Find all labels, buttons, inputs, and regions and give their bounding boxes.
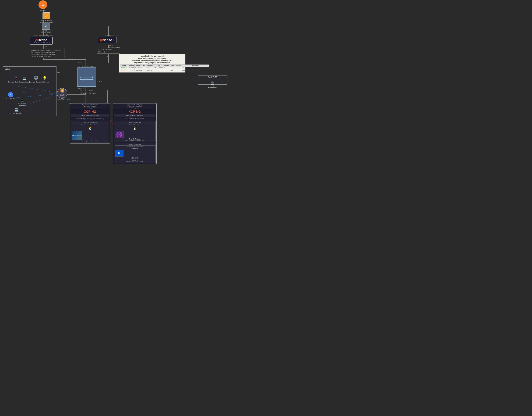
- all-vlans-top: All VLANs: [67, 58, 74, 60]
- lab-router-node: Lab Router pfsense +: [98, 35, 117, 43]
- roommate-laptop-label: Roommate Laptop: [10, 113, 23, 114]
- hypervisor2-machine: Lenovo M900A (Intel i5 6500T): [113, 118, 156, 120]
- personal-laptop-icon: 💻: [22, 76, 27, 81]
- personal-computer-icon: 🖥️: [33, 76, 39, 81]
- svg-marker-32: [80, 79, 81, 81]
- hypervisor2-vm1: Management VLAN Linux Debian 10 Virtual …: [114, 121, 155, 142]
- chromecast-label: Chromecast: [7, 98, 15, 100]
- firewall-rules-box: Firewall Rules for Work Network: Allow d…: [119, 54, 185, 73]
- pfsense-home-edition: COMMUNITY EDITION: [32, 42, 50, 43]
- hypervisor1-type-label: Open Source Hypervisor: [71, 113, 109, 117]
- work-vlan-box: Work VLAN 📱 Work Phone 💻 Work Laptop: [198, 75, 227, 85]
- internet-label: Internet: [40, 9, 46, 11]
- unifi-ap-icon: 📶 UniFiWirelessAccessPoint: [57, 88, 67, 99]
- hypervisor2-note: Hypervisor is VLAN CapableVLAN Tagged on…: [113, 104, 156, 109]
- vlan4-title: VLAN 4: [5, 68, 11, 70]
- xcpng1-logo: XCP-N: [84, 110, 94, 113]
- personal-laptop-label: Personal Laptop: [19, 81, 30, 83]
- fw-rule-row-1: ✓ 1/290 GB IPv4 TCP 192.168.4.9 * WORK n…: [120, 67, 209, 69]
- xcpng2-logo: XCP-N: [129, 110, 138, 113]
- phillips-hue-label: Phillips Hue: [41, 81, 49, 83]
- svg-marker-26: [92, 76, 94, 78]
- port3-label: Port 3: [89, 90, 93, 92]
- home-ssid-label: Home SSID (VLAN 4): [57, 99, 70, 101]
- satisfactory-game-img: SATISFACTORY: [72, 131, 82, 140]
- xen-orch-label: Xen Orchestra: [115, 138, 155, 140]
- work-laptop-node: 💻 Work Laptop: [208, 81, 217, 88]
- unifi-ap-label: UniFiWirelessAccessPoint: [60, 92, 65, 98]
- work-laptop-label: Work Laptop: [208, 86, 217, 88]
- internet-icon: ☁: [39, 0, 47, 9]
- personal-smartphone-icon: 📱: [13, 76, 19, 81]
- phillips-hue-node: 💡 Phillips Hue: [41, 76, 49, 83]
- linux-penguin-icon: 🐧: [88, 126, 92, 130]
- all-vlans-port3: All VLANs: [89, 92, 97, 94]
- hypervisor2-type-label: Open Source Hypervisor: [114, 113, 155, 117]
- 2fa-label: 2FA Login: [115, 147, 155, 149]
- hypervisor1-note: Hypervisor is VLAN CapableVLAN Tagged on…: [70, 104, 110, 109]
- home-router-info: Management Network: 192.168.71.1 (Gatewa…: [30, 49, 65, 58]
- pfsense-home-box: pfsense COMMUNITY EDITION: [30, 37, 53, 45]
- network-diagram: ☁ Internet ⇄ Internet Service Provider G…: [0, 0, 266, 208]
- unifi-ap-node: 📶 UniFiWirelessAccessPoint Home SSID (VL…: [57, 88, 70, 101]
- main-switch-icon: [77, 67, 96, 87]
- chromecast-node: ● Chromecast: [7, 92, 15, 100]
- lab-wan-info: Lab WAN 192.168.6.1 (Gateway): [97, 48, 120, 54]
- phillips-hue-icon: 💡: [42, 76, 48, 81]
- port24-label: Port 24: [77, 62, 82, 63]
- xen-orch-desc: Software Web GUI to control XCP-NG: [115, 140, 155, 141]
- isp-gateway-node: ⇄ Internet Service Provider Gateway: [39, 12, 54, 23]
- hypervisor1-vm1: VLAN 4 (GamingName) Linux Debian 10 Virt…: [71, 121, 109, 142]
- pfsense-lab-logo: pfsense +: [100, 38, 115, 42]
- roommate-smartphone-node: 📱 Roommate Smartphone: [14, 97, 30, 107]
- xen-orchestra-img: [115, 131, 124, 138]
- hypervisor1-logo-area: XCP-NG Open Source Hypervisor: [70, 109, 110, 118]
- isp-gateway-icon: ⇄: [42, 12, 50, 19]
- svg-marker-30: [92, 79, 94, 81]
- roommate-smartphone-label: Roommate Smartphone: [14, 103, 30, 107]
- roommate-smartphone-icon: 📱: [19, 97, 25, 103]
- ubiquiti-desc: Controller forWireless Access Point / Sw…: [115, 160, 155, 162]
- satisfactory-label: Satisfactory Game Server Software: [72, 140, 108, 142]
- port0-label: Port 0WAN (DHCP): [45, 34, 53, 37]
- hypervisor2-logo-area: XCP-NG Open Source Hypervisor: [113, 109, 156, 118]
- port1-label: Port 1: [45, 46, 48, 47]
- main-switch-container: 24 Port UniFi PoE Switch: [77, 66, 96, 87]
- lab-wan-label: WAN (DHCP): [109, 34, 118, 36]
- svg-text:U: U: [118, 152, 120, 154]
- internet-node: ☁ Internet: [39, 0, 47, 11]
- fw-rules-title: Firewall Rules for Work Network: Allow d…: [120, 55, 184, 64]
- lab-lan-label: LANGateway for Lab: [109, 45, 120, 48]
- isp-switch-node: ⇄ Internet Service Provider Switch: [38, 23, 54, 34]
- pfsense-home-logo: pfsense: [32, 38, 50, 42]
- svg-marker-28: [80, 76, 81, 78]
- linux-penguin2-icon: 🐧: [133, 126, 137, 130]
- fw-rule-row-2: ⚠ 0/64 KB IPv4+6 * ! WORK net * WORK net…: [120, 69, 209, 71]
- vlan4-box: VLAN 4 📱 Personal Smartphone 💻 Personal …: [3, 66, 57, 116]
- vlan6-label: VLAN 6: [105, 56, 110, 58]
- hypervisor2-vm2: Management VLAN Linux Debian 10 Virtual …: [114, 143, 155, 163]
- isp-switch-label: Internet Service Provider Switch: [38, 30, 54, 34]
- port5-label: Port 5: [80, 90, 83, 92]
- roommate-laptop-node: 💻 Roommate Laptop: [10, 107, 23, 114]
- chromecast-icon: ●: [8, 92, 13, 97]
- ubiquiti-img: U: [115, 150, 124, 157]
- work-vlan-title: Work VLAN: [198, 76, 227, 79]
- ubiquiti-name: UBIQUITI: [115, 157, 155, 158]
- work-vlan-devices: 📱 Work Phone 💻 Work Laptop: [198, 79, 227, 83]
- all-vlans-port5: All VLANs: [80, 92, 87, 94]
- personal-laptop-node: 💻 Personal Laptop: [19, 76, 30, 83]
- all-vlans-bottom: All VLANs: [77, 87, 84, 89]
- work-laptop-icon: 💻: [210, 81, 215, 86]
- isp-switch-icon: ⇄: [42, 23, 50, 30]
- port23-label: Port 23: [98, 80, 102, 82]
- main-switch-label: 24 Port UniFi PoE Switch: [77, 66, 96, 67]
- fw-rule-table: States Protocol Source Port Destination …: [120, 65, 209, 71]
- hypervisor1-box: Hypervisor is VLAN CapableVLAN Tagged on…: [70, 103, 110, 143]
- hypervisor2-box: Hypervisor is VLAN CapableVLAN Tagged on…: [113, 103, 156, 164]
- pfsense-lab-box: pfsense +: [98, 37, 117, 43]
- roommate-laptop-icon: 💻: [14, 107, 19, 112]
- hypervisor1-machine: Lenovo M75Q Gen 2 (Ryzen 5 Pro 4GR GE): [70, 118, 110, 120]
